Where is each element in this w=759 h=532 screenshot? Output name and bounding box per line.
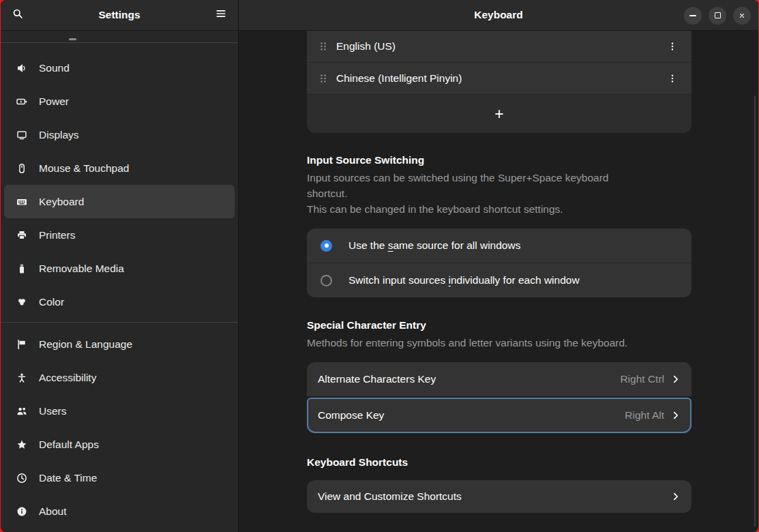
- section-title-input-source-switching: Input Source Switching: [307, 153, 691, 166]
- battery-icon: [16, 96, 27, 107]
- printer-icon: [16, 230, 27, 241]
- chevron-right-icon: [671, 411, 681, 420]
- sidebar-item-label: About: [39, 505, 67, 518]
- settings-window: Settings Sound Power Displays: [1, 0, 758, 532]
- row-label: Alternate Characters Key: [318, 373, 620, 385]
- usb-icon: [16, 263, 27, 274]
- display-icon: [16, 130, 27, 141]
- sidebar-item-label: Default Apps: [39, 439, 99, 451]
- section-title-special-character-entry: Special Character Entry: [307, 319, 691, 331]
- sidebar-item-removable-media[interactable]: Removable Media: [4, 252, 235, 285]
- vertical-scrollbar[interactable]: [754, 95, 756, 527]
- accessibility-icon: [16, 372, 27, 383]
- sidebar-item-power[interactable]: Power: [4, 85, 235, 118]
- primary-menu-button[interactable]: [210, 4, 232, 26]
- option-same-source[interactable]: Use the same source for all windows: [307, 228, 691, 263]
- sidebar-item-accessibility[interactable]: Accessibility: [4, 361, 235, 394]
- minimize-button[interactable]: [684, 7, 702, 25]
- sidebar-item-color[interactable]: Color: [4, 285, 235, 319]
- sidebar-item-keyboard[interactable]: Keyboard: [4, 185, 235, 218]
- sidebar-divider: [1, 42, 238, 43]
- mouse-icon: [16, 163, 27, 174]
- alternate-characters-key-row[interactable]: Alternate Characters Key Right Ctrl: [307, 362, 691, 396]
- special-description: Methods for entering symbols and letter …: [307, 335, 691, 351]
- add-input-source-button[interactable]: +: [307, 95, 691, 133]
- input-source-row[interactable]: English (US): [307, 31, 691, 63]
- input-source-row[interactable]: Chinese (Intelligent Pinyin): [307, 63, 691, 95]
- users-icon: [16, 406, 27, 417]
- sidebar-item-date-time[interactable]: Date & Time: [4, 461, 235, 494]
- drag-handle-icon[interactable]: [318, 41, 329, 52]
- row-value: Right Alt: [625, 409, 664, 422]
- radio-selected[interactable]: [321, 240, 332, 252]
- switching-options-group: Use the same source for all windows Swit…: [307, 228, 691, 297]
- chevron-right-icon: [671, 492, 681, 501]
- input-sources-list: English (US) Chinese (Intelligent Pinyin…: [307, 31, 691, 133]
- maximize-icon: [715, 12, 721, 18]
- sidebar-item-about[interactable]: About: [4, 494, 235, 528]
- menu-icon: [215, 8, 226, 22]
- sidebar-item-displays[interactable]: Displays: [4, 118, 235, 151]
- sidebar-item-mouse-touchpad[interactable]: Mouse & Touchpad: [4, 151, 235, 185]
- keyboard-icon: [16, 196, 27, 207]
- page-title: Keyboard: [239, 9, 758, 21]
- speaker-icon: [16, 63, 27, 74]
- sidebar-item-sound[interactable]: Sound: [4, 51, 235, 85]
- sidebar-divider: [1, 322, 238, 323]
- sidebar-item-label: Power: [39, 95, 69, 108]
- sidebar-item-label: Users: [39, 405, 66, 417]
- clock-icon: [16, 473, 27, 484]
- option-label: Switch input sources individually for ea…: [348, 274, 580, 286]
- input-source-label: English (US): [336, 40, 663, 53]
- sidebar-item-label: Mouse & Touchpad: [39, 162, 129, 175]
- window-controls: [684, 0, 751, 31]
- close-icon: [739, 10, 745, 22]
- partial-item-remnant: [1, 31, 238, 42]
- sidebar-item-label: Removable Media: [39, 263, 124, 275]
- minimize-icon: [689, 15, 696, 16]
- switching-description-2: This can be changed in the keyboard shor…: [307, 201, 691, 217]
- view-customize-shortcuts-row[interactable]: View and Customize Shortcuts: [307, 480, 691, 513]
- sidebar-title: Settings: [1, 9, 238, 21]
- sidebar-item-users[interactable]: Users: [4, 394, 235, 428]
- chevron-right-icon: [671, 374, 681, 384]
- source-options-button[interactable]: [663, 37, 682, 56]
- section-title-keyboard-shortcuts: Keyboard Shortcuts: [307, 456, 691, 469]
- special-character-rows: Alternate Characters Key Right Ctrl Comp…: [307, 362, 691, 433]
- sidebar-item-printers[interactable]: Printers: [4, 218, 235, 252]
- maximize-button[interactable]: [709, 7, 726, 25]
- sidebar-item-label: Printers: [39, 229, 75, 241]
- plus-icon: +: [494, 105, 503, 123]
- flag-icon: [16, 339, 27, 350]
- input-source-label: Chinese (Intelligent Pinyin): [336, 72, 663, 85]
- sidebar-item-label: Keyboard: [39, 196, 84, 208]
- compose-key-row[interactable]: Compose Key Right Alt: [307, 398, 691, 433]
- sidebar-item-label: Color: [39, 296, 64, 308]
- drag-handle-icon[interactable]: [318, 73, 329, 84]
- sidebar-headerbar: Settings: [1, 0, 238, 31]
- option-switch-individually[interactable]: Switch input sources individually for ea…: [307, 263, 691, 297]
- star-icon: [16, 439, 27, 450]
- source-options-button[interactable]: [663, 69, 682, 88]
- search-icon: [12, 8, 23, 22]
- radio-unselected[interactable]: [321, 275, 332, 286]
- row-label: Compose Key: [318, 409, 625, 422]
- option-label: Use the same source for all windows: [348, 239, 520, 252]
- sidebar-item-label: Region & Language: [39, 338, 132, 351]
- sidebar-item-region-language[interactable]: Region & Language: [4, 327, 235, 361]
- sidebar-list: Sound Power Displays Mouse & Touchpad Ke…: [1, 31, 238, 532]
- close-button[interactable]: [733, 7, 751, 25]
- content-pane: Keyboard English (US): [239, 0, 758, 532]
- sidebar-item-label: Accessibility: [39, 372, 96, 384]
- sidebar: Settings Sound Power Displays: [1, 0, 239, 532]
- sidebar-item-label: Date & Time: [39, 472, 97, 484]
- info-icon: [16, 506, 27, 517]
- color-icon: [16, 297, 27, 308]
- row-value: Right Ctrl: [620, 373, 664, 385]
- sidebar-item-label: Sound: [39, 62, 70, 74]
- switching-description: Input sources can be switched using the …: [307, 170, 634, 201]
- search-button[interactable]: [7, 4, 29, 26]
- sidebar-item-default-apps[interactable]: Default Apps: [4, 428, 235, 461]
- sidebar-item-label: Displays: [39, 129, 79, 141]
- row-label: View and Customize Shortcuts: [318, 490, 671, 503]
